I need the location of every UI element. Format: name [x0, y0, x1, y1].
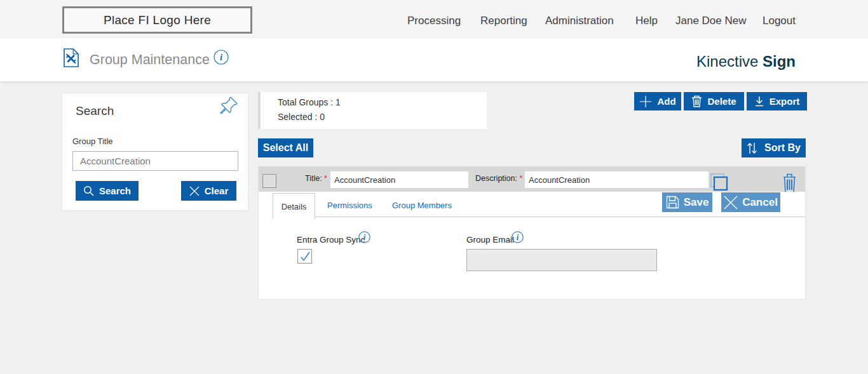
- svg-text:i: i: [363, 233, 366, 242]
- svg-text:i: i: [220, 52, 223, 62]
- svg-text:i: i: [517, 233, 519, 242]
